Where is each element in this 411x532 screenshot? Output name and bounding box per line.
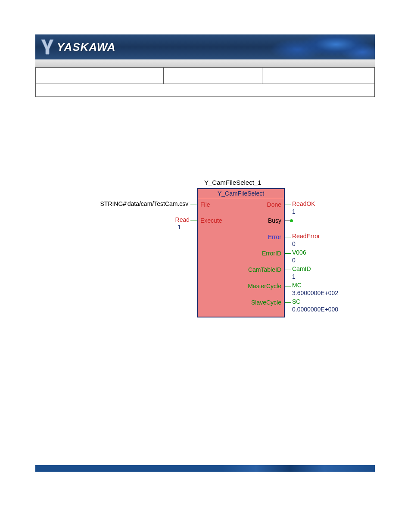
connector-line: [285, 237, 291, 237]
connector-line: [285, 286, 291, 286]
output-mastercycle-sub: 3.6000000E+002: [292, 289, 338, 296]
header-banner: YASKAWA: [35, 34, 375, 59]
port-mastercycle: MasterCycle: [248, 283, 281, 289]
output-slavecycle-value: SC: [292, 298, 300, 305]
footer-bar: [35, 465, 375, 472]
table-row: [36, 68, 375, 84]
output-done-sub: 1: [292, 208, 296, 215]
output-mastercycle-value: MC: [292, 282, 302, 289]
input-execute-sub: 1: [95, 224, 181, 230]
table-row: [36, 84, 375, 97]
connector-line: [285, 205, 291, 205]
output-camtableid-value: CamID: [292, 265, 311, 272]
output-error-value: ReadError: [292, 233, 320, 240]
brand-text: YASKAWA: [57, 40, 116, 54]
info-cell-full: [36, 84, 375, 97]
port-errorid: ErrorID: [262, 250, 281, 257]
connector-line: [190, 205, 197, 205]
input-file-value: STRING#'data/cam/TestCam.csv': [4, 200, 190, 207]
info-cell-2: [163, 68, 262, 84]
connector-line: [285, 302, 291, 303]
port-done: Done: [267, 201, 281, 208]
info-table: [35, 67, 375, 97]
function-block-diagram: Y_CamFileSelect_1 STRING#'data/cam/TestC…: [69, 179, 366, 325]
output-errorid-value: V006: [292, 249, 306, 256]
connector-line: [285, 253, 291, 254]
port-error: Error: [268, 233, 281, 240]
header-gray-strip: [35, 59, 375, 67]
output-camtableid-sub: 1: [292, 273, 296, 280]
busy-indicator-dot: [290, 219, 293, 222]
fb-type-name: Y_CamFileSelect: [198, 190, 284, 198]
info-cell-3: [262, 68, 375, 84]
output-slavecycle-sub: 0.0000000E+000: [292, 306, 338, 313]
connector-line: [190, 221, 197, 221]
port-camtableid: CamTableID: [248, 266, 281, 273]
port-execute: Execute: [200, 217, 222, 224]
port-file: File: [200, 201, 210, 208]
output-errorid-sub: 0: [292, 257, 296, 264]
input-execute-value: Read: [95, 216, 190, 223]
output-error-sub: 0: [292, 240, 296, 247]
logo-area: YASKAWA: [35, 39, 116, 55]
info-cell-1: [36, 68, 164, 84]
fb-instance-name: Y_CamFileSelect_1: [204, 179, 262, 186]
port-slavecycle: SlaveCycle: [251, 299, 281, 306]
yaskawa-logo-icon: [40, 39, 54, 55]
page-container: YASKAWA: [35, 34, 375, 97]
connector-line: [285, 270, 291, 270]
port-busy: Busy: [268, 217, 281, 224]
output-done-value: ReadOK: [292, 200, 315, 207]
function-block-box: Y_CamFileSelect File Execute Done Busy E…: [197, 188, 285, 317]
